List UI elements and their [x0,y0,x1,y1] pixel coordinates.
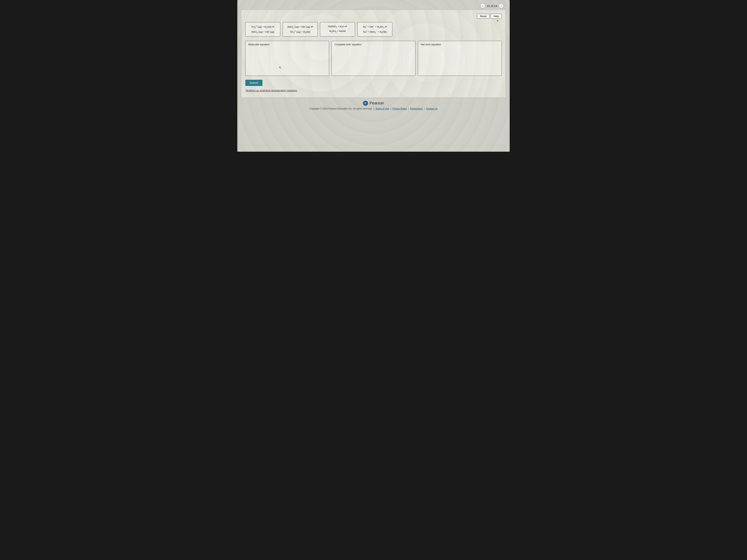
submit-button[interactable]: Submit [245,80,262,86]
next-button[interactable]: › [498,3,504,8]
answer-box-label-3: Net ionic equation [421,43,499,46]
answer-box-1[interactable]: Molecular equation↖ [245,41,329,76]
footer-title: Titrations as analytical neutralization … [245,89,502,92]
main-content: Reset Help SO32−(aq) + H2O(l) ⇌HSO3−(aq)… [241,10,506,98]
answer-box-3[interactable]: Net ionic equation [418,41,502,76]
equation-cards-row: SO32−(aq) + H2O(l) ⇌HSO3−(aq) + OH−(aq)H… [245,22,502,36]
copyright-text: Copyright © 2019 Pearson Education Inc. … [309,107,372,110]
navigation-bar: ‹ 15 of 24 › [241,2,506,10]
screen: ‹ 15 of 24 › Reset Help SO32−(aq) + H2O(… [237,0,510,152]
answer-boxes-row: Molecular equation↖Complete ionic equati… [245,41,502,76]
reset-button[interactable]: Reset [477,14,489,19]
contact-us-link[interactable]: Contact Us [426,107,438,110]
equation-card-4[interactable]: Na+ + OH− + H2SO3 ⇌Na+ + HSO3− + H2O(l) [357,22,392,36]
equation-card-3[interactable]: NaHSO3 + H2O ⇌H2SO3 + NaOH [320,22,355,36]
page-counter: 15 of 24 [487,4,497,7]
caret-icon: ∧ [497,19,498,22]
cursor-indicator: ↖ [279,65,282,70]
privacy-policy-link[interactable]: Privacy Policy [392,107,407,110]
answer-box-label-2: Complete ionic equation [334,43,412,46]
toolbar: Reset Help [245,14,502,19]
pearson-brand-name: Pearson [369,101,384,105]
prev-button[interactable]: ‹ [480,3,486,8]
terms-of-use-link[interactable]: Terms of Use [376,107,389,110]
answer-box-label-1: Molecular equation [248,43,326,46]
permissions-link[interactable]: Permissions [410,107,423,110]
pearson-logo-area: P Pearson [241,101,506,106]
answer-box-2[interactable]: Complete ionic equation [332,41,415,76]
pearson-icon: P [363,101,368,106]
equation-card-2[interactable]: HSO3−(aq) + OH−(aq) ⇌SO32−(aq) + H2O(l) [283,22,318,36]
equation-card-1[interactable]: SO32−(aq) + H2O(l) ⇌HSO3−(aq) + OH−(aq) [245,22,280,36]
copyright-line: Copyright © 2019 Pearson Education Inc. … [241,107,506,110]
help-button[interactable]: Help [491,14,502,19]
